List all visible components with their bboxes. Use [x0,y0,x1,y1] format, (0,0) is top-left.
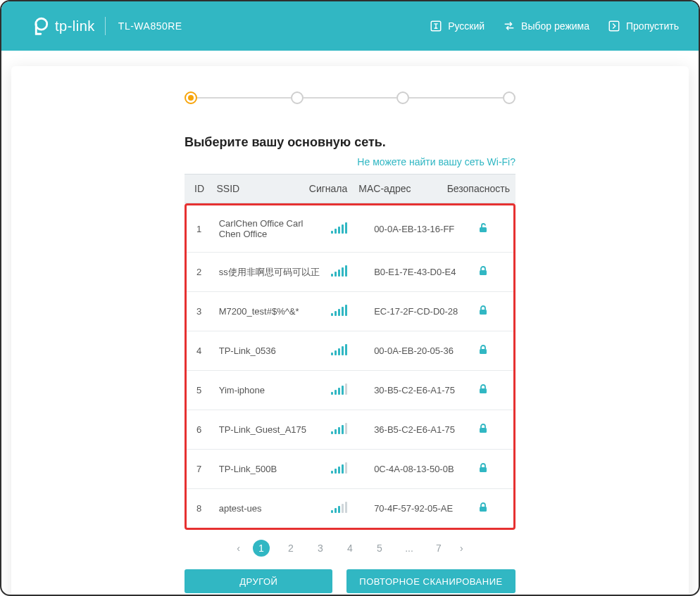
signal-icon [331,344,347,355]
step-dot-2 [291,91,304,104]
cell-ssid: M7200_test#$%^&* [213,292,325,331]
content: Выберите вашу основную сеть. Не можете н… [185,135,515,593]
cell-signal [325,253,368,292]
cell-signal [325,489,368,528]
table-row[interactable]: 1CarlChen Office Carl Chen Office00-0A-E… [187,205,513,253]
page-number[interactable]: 7 [430,540,447,557]
mode-icon [503,20,515,32]
cell-ssid: TP-Link_Guest_A175 [213,410,325,450]
page-number[interactable]: 3 [312,540,329,557]
table-row[interactable]: 8aptest-ues70-4F-57-92-05-AE [187,489,513,528]
lock-closed-icon [477,344,489,355]
signal-icon [331,502,347,513]
page-ellipsis: ... [401,540,418,557]
table-row[interactable]: 4TP-Link_053600-0A-EB-20-05-36 [187,331,513,371]
skip-link[interactable]: Пропустить [608,20,679,32]
cell-id: 8 [187,489,213,528]
table-row[interactable]: 2ss使用非啊思可码可以正B0-E1-7E-43-D0-E4 [187,253,513,292]
cell-mac: 00-0A-EB-13-16-FF [368,205,472,253]
svg-rect-6 [480,349,487,354]
page-next[interactable]: › [460,543,463,554]
cell-id: 3 [187,292,213,331]
signal-icon [331,265,347,277]
signal-icon [331,462,347,474]
cell-security [472,292,513,331]
model-label: TL-WA850RE [118,20,182,32]
brand: tp-link TL-WA850RE [28,15,182,37]
step-line [197,97,291,99]
cell-mac: 36-B5-C2-E6-A1-75 [368,410,472,450]
page-number[interactable]: 1 [253,540,270,557]
cell-id: 6 [187,410,213,450]
col-signal: Сигнала [304,175,354,203]
cell-security [472,450,513,489]
app-window: tp-link TL-WA850RE Русский Выбор режима [0,0,700,596]
network-table-body: 1CarlChen Office Carl Chen Office00-0A-E… [187,205,513,528]
stepper [185,91,515,104]
lock-closed-icon [477,462,489,474]
table-row[interactable]: 6TP-Link_Guest_A17536-B5-C2-E6-A1-75 [187,410,513,450]
svg-rect-4 [480,270,487,275]
page-number[interactable]: 2 [282,540,299,557]
cell-mac: EC-17-2F-CD-D0-28 [368,292,472,331]
cell-signal [325,450,368,489]
table-row[interactable]: 7TP-Link_500B0C-4A-08-13-50-0B [187,450,513,489]
lock-closed-icon [477,502,489,513]
svg-point-0 [36,18,47,30]
cell-signal [325,410,368,450]
network-table: ID SSID Сигнала MAC-адрес Безопасность [185,174,515,203]
col-mac: MAC-адрес [353,175,441,203]
cell-signal [325,371,368,410]
cell-security [472,253,513,292]
svg-rect-2 [609,21,619,31]
button-row: ДРУГОЙ ПОВТОРНОЕ СКАНИРОВАНИЕ [185,569,515,593]
table-row[interactable]: 5Yim-iphone30-B5-C2-E6-A1-75 [187,371,513,410]
page-number[interactable]: 5 [371,540,388,557]
cell-ssid: CarlChen Office Carl Chen Office [213,205,325,253]
brand-name: tp-link [55,18,95,34]
svg-rect-9 [480,467,487,472]
cell-id: 4 [187,331,213,371]
cell-security [472,331,513,371]
cell-ssid: TP-Link_0536 [213,331,325,371]
cell-mac: 0C-4A-08-13-50-0B [368,450,472,489]
table-row[interactable]: 3M7200_test#$%^&*EC-17-2F-CD-D0-28 [187,292,513,331]
language-label: Русский [448,20,485,32]
page-number[interactable]: 4 [342,540,358,557]
step-dot-1 [185,91,197,104]
cell-security [472,489,513,528]
language-selector[interactable]: Русский [430,20,485,32]
other-button[interactable]: ДРУГОЙ [185,569,332,593]
page-prev[interactable]: ‹ [237,543,240,554]
help-row: Не можете найти вашу сеть Wi-Fi? [185,156,515,168]
svg-rect-3 [480,227,487,232]
skip-icon [608,20,620,32]
signal-icon [331,383,347,395]
cell-ssid: TP-Link_500B [213,450,325,489]
lock-closed-icon [477,305,489,316]
lock-closed-icon [477,383,489,395]
skip-label: Пропустить [626,20,679,32]
cell-id: 2 [187,253,213,292]
cell-mac: 30-B5-C2-E6-A1-75 [368,371,472,410]
svg-rect-10 [480,507,487,512]
step-dot-4 [503,91,515,104]
cell-ssid: ss使用非啊思可码可以正 [213,253,325,292]
cell-id: 5 [187,371,213,410]
page-heading: Выберите вашу основную сеть. [185,135,515,150]
cell-id: 1 [187,205,213,253]
step-line [409,97,503,99]
cell-ssid: Yim-iphone [213,371,325,410]
mode-selector[interactable]: Выбор режима [503,20,589,32]
lock-closed-icon [477,423,489,434]
cell-security [472,205,513,253]
rescan-button[interactable]: ПОВТОРНОЕ СКАНИРОВАНИЕ [346,569,515,593]
col-security: Безопасность [442,175,515,203]
help-link[interactable]: Не можете найти вашу сеть Wi-Fi? [357,156,515,167]
svg-rect-5 [480,310,487,315]
cell-ssid: aptest-ues [213,489,325,528]
mode-label: Выбор режима [521,20,589,32]
language-icon [430,20,442,32]
table-body-highlight: 1CarlChen Office Carl Chen Office00-0A-E… [185,203,515,530]
brand-divider [105,17,106,35]
